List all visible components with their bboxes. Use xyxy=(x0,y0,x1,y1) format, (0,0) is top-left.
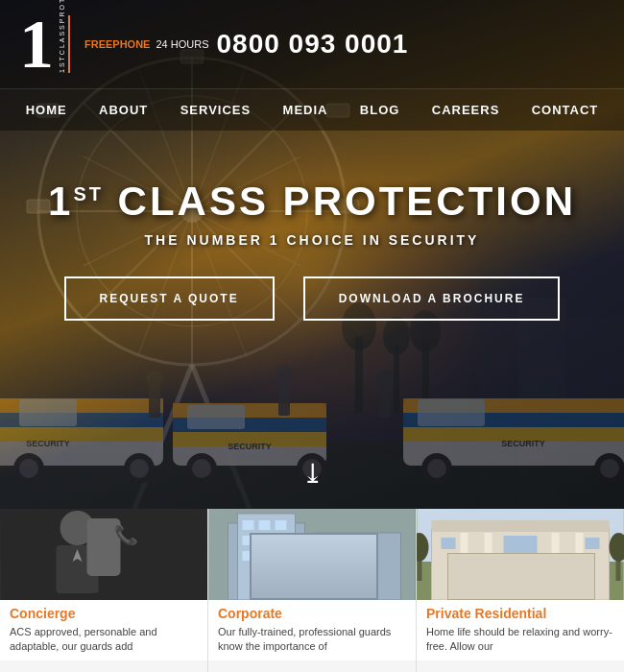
svg-rect-48 xyxy=(187,405,245,429)
svg-rect-33 xyxy=(0,427,163,442)
svg-rect-58 xyxy=(418,399,485,426)
card-residential-text: Home life should be relaxing and worry-f… xyxy=(426,625,614,655)
hero-content: 1ST CLASS PROTECTION THE NUMBER 1 CHOICE… xyxy=(0,131,624,340)
freephone-label: FREEPHONE xyxy=(84,38,150,50)
svg-rect-22 xyxy=(394,346,399,413)
phone-area: FREEPHONE 24 HOURS 0800 093 0001 xyxy=(84,29,408,60)
svg-text:SECURITY: SECURITY xyxy=(501,439,545,448)
hero-title-sup: ST xyxy=(73,183,104,204)
card-corporate-image xyxy=(208,509,416,600)
svg-rect-106 xyxy=(512,562,530,586)
card-concierge-body: Concierge ACS approved, personable and a… xyxy=(0,600,207,660)
logo-number: 1 xyxy=(19,10,54,79)
main-nav: HOME ABOUT SERVICES MEDIA BLOG CAREERS C… xyxy=(0,88,624,131)
chevron-down-icon[interactable]: ⤓ xyxy=(301,458,324,490)
svg-rect-84 xyxy=(276,551,287,561)
svg-rect-98 xyxy=(432,520,610,532)
nav-careers[interactable]: CAREERS xyxy=(427,101,505,119)
card-concierge-text: ACS approved, personable and adaptable, … xyxy=(10,625,198,655)
card-corporate: Corporate Our fully-trained, professiona… xyxy=(208,509,416,672)
scroll-chevron[interactable]: ⤓ xyxy=(0,450,624,490)
svg-rect-81 xyxy=(276,536,287,545)
svg-rect-79 xyxy=(243,536,254,545)
nav-home[interactable]: HOME xyxy=(21,101,72,119)
logo[interactable]: 1 1STCLASSPROTECTION xyxy=(19,10,70,79)
svg-rect-104 xyxy=(442,538,456,549)
nav-contact[interactable]: CONTACT xyxy=(527,101,604,119)
svg-rect-88 xyxy=(349,540,359,547)
svg-rect-89 xyxy=(363,540,372,547)
svg-rect-86 xyxy=(323,540,332,547)
hero-subtitle: THE NUMBER 1 CHOICE IN SECURITY xyxy=(145,232,480,248)
card-residential: Private Residential Home life should be … xyxy=(417,509,624,672)
svg-rect-76 xyxy=(243,520,254,530)
logo-tagline: 1STCLASSPROTECTION xyxy=(59,15,70,73)
svg-rect-102 xyxy=(576,533,584,586)
svg-rect-101 xyxy=(552,533,560,586)
svg-point-65 xyxy=(376,370,394,387)
svg-rect-64 xyxy=(379,384,391,418)
svg-rect-87 xyxy=(336,540,346,547)
svg-rect-96 xyxy=(418,562,624,600)
card-corporate-text: Our fully-trained, professional guards k… xyxy=(218,625,406,655)
hours-label: 24 HOURS xyxy=(156,38,208,50)
nav-about[interactable]: ABOUT xyxy=(94,101,153,119)
phone-number[interactable]: 0800 093 0001 xyxy=(217,29,409,60)
svg-rect-105 xyxy=(586,538,600,549)
hero-title-post: CLASS PROTECTION xyxy=(104,179,576,224)
svg-text:SECURITY: SECURITY xyxy=(26,439,70,448)
card-concierge: Concierge ACS approved, personable and a… xyxy=(0,509,207,672)
svg-point-63 xyxy=(276,364,293,381)
svg-rect-38 xyxy=(19,399,77,426)
svg-rect-83 xyxy=(259,551,271,561)
svg-rect-92 xyxy=(349,553,359,561)
nav-blog[interactable]: BLOG xyxy=(355,101,405,119)
svg-rect-67 xyxy=(1,509,207,600)
hero-buttons: REQUEST A QUOTE DOWNLOAD A BROCHURE xyxy=(64,276,561,321)
svg-rect-62 xyxy=(278,379,290,416)
card-residential-image xyxy=(417,509,624,600)
svg-point-61 xyxy=(146,370,163,387)
svg-rect-90 xyxy=(323,553,332,561)
svg-point-68 xyxy=(60,511,95,545)
svg-rect-93 xyxy=(363,553,372,561)
nav-services[interactable]: SERVICES xyxy=(176,101,256,119)
svg-rect-77 xyxy=(259,520,271,530)
request-quote-button[interactable]: REQUEST A QUOTE xyxy=(64,276,275,321)
svg-rect-71 xyxy=(87,530,99,549)
svg-rect-85 xyxy=(315,533,401,600)
card-residential-body: Private Residential Home life should be … xyxy=(417,600,624,660)
download-brochure-button[interactable]: DOWNLOAD A BROCHURE xyxy=(303,276,561,321)
card-corporate-title: Corporate xyxy=(218,606,406,621)
hero-section: SECURITY SECURITY SECURITY 1 1 xyxy=(0,0,624,509)
svg-rect-60 xyxy=(149,384,160,418)
hero-title-pre: 1 xyxy=(48,179,73,224)
svg-rect-91 xyxy=(336,553,346,561)
hero-title: 1ST CLASS PROTECTION xyxy=(48,179,576,225)
card-concierge-title: Concierge xyxy=(10,606,198,621)
svg-rect-99 xyxy=(461,533,468,586)
nav-media[interactable]: MEDIA xyxy=(278,101,333,119)
svg-rect-100 xyxy=(485,533,492,586)
card-concierge-image xyxy=(0,509,207,600)
svg-rect-78 xyxy=(276,520,287,530)
service-cards-section: Concierge ACS approved, personable and a… xyxy=(0,509,624,672)
svg-rect-103 xyxy=(504,536,538,560)
card-residential-title: Private Residential xyxy=(426,606,614,621)
card-corporate-body: Corporate Our fully-trained, professiona… xyxy=(208,600,416,660)
svg-rect-82 xyxy=(243,551,254,561)
site-header: 1 1STCLASSPROTECTION FREEPHONE 24 HOURS … xyxy=(0,0,624,88)
svg-rect-80 xyxy=(259,536,271,545)
